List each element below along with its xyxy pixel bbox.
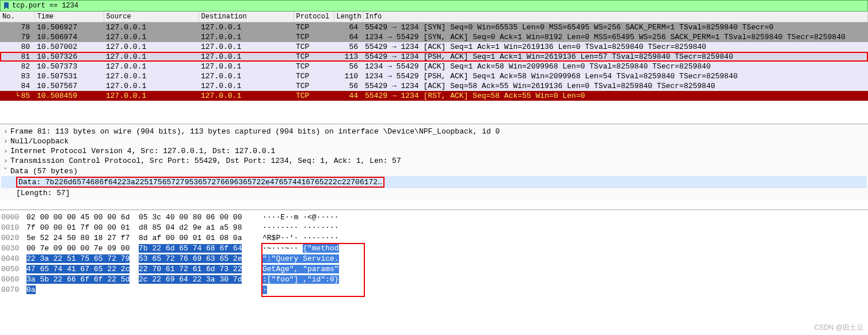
hex-bytes: 47 65 74 41 67 65 22 2c 22 70 61 72 61 6… [26,264,262,275]
hex-ascii: · [262,285,267,295]
col-header-length[interactable]: Length [334,12,363,22]
col-header-source[interactable]: Source [104,12,199,22]
hex-offset: 0000 [1,212,26,223]
hex-ascii: :["foo"] ,"id":0} [262,275,339,285]
packet-row[interactable]: 7910.506974127.0.0.1127.0.0.1TCP641234 →… [0,32,868,42]
hex-ascii: ········ ········ [262,223,339,233]
hex-ascii: ":"Query Service. [262,254,339,264]
hex-row[interactable]: 003000 7e 09 00 00 7e 09 00 7b 22 6d 65 … [1,243,867,254]
packet-list-table[interactable]: No. Time Source Destination Protocol Len… [0,12,868,101]
chevron-right-icon: › [3,137,10,146]
hex-row[interactable]: 00603a 5b 22 66 6f 6f 22 5d 2c 22 69 64 … [1,275,867,285]
hex-offset: 0040 [1,254,26,264]
col-header-no[interactable]: No. [0,12,35,22]
hex-offset: 0020 [1,233,26,243]
col-header-protocol[interactable]: Protocol [294,12,334,22]
col-header-time[interactable]: Time [35,12,104,22]
col-header-info[interactable]: Info [363,12,868,22]
hex-offset: 0050 [1,264,26,275]
hex-offset: 0010 [1,223,26,233]
hex-row[interactable]: 004022 3a 22 51 75 65 72 79 53 65 72 76 … [1,254,867,264]
display-filter-bar[interactable]: tcp.port == 1234 [0,0,868,12]
col-header-destination[interactable]: Destination [199,12,294,22]
hex-bytes: 0a [26,285,262,295]
hex-row[interactable]: 00700a · [1,285,867,295]
hex-bytes: 00 7e 09 00 00 7e 09 00 7b 22 6d 65 74 6… [26,243,262,254]
packet-row[interactable]: 8110.507326127.0.0.1127.0.0.1TCP11355429… [0,52,868,62]
hex-row[interactable]: 00205e 52 24 50 80 18 27 f7 8d af 00 00 … [1,233,867,243]
bookmark-icon [3,2,10,9]
hex-ascii: GetAge", "params" [262,264,339,275]
tree-tcp[interactable]: ›Transmission Control Protocol, Src Port… [1,156,867,166]
hex-offset: 0070 [1,285,26,295]
packet-list-header[interactable]: No. Time Source Destination Protocol Len… [0,12,868,22]
tree-data[interactable]: ˅Data (57 bytes) [1,166,867,176]
packet-row[interactable]: 8510.508459127.0.0.1127.0.0.1TCP4455429 … [0,91,868,101]
hex-bytes: 3a 5b 22 66 6f 6f 22 5d 2c 22 69 64 22 3… [26,275,262,285]
chevron-down-icon: ˅ [3,166,10,176]
packet-row[interactable]: 8210.507373127.0.0.1127.0.0.1TCP561234 →… [0,62,868,71]
hex-row[interactable]: 005047 65 74 41 67 65 22 2c 22 70 61 72 … [1,264,867,275]
hex-ascii: ····E··m ·<@····· [262,212,339,223]
hex-offset: 0030 [1,243,26,254]
hex-row[interactable]: 00107f 00 00 01 7f 00 00 01 d8 85 04 d2 … [1,223,867,233]
hex-ascii: ·~···~·· {"method [262,243,339,254]
packet-row[interactable]: 7810.506927127.0.0.1127.0.0.1TCP6455429 … [0,22,868,33]
hex-row[interactable]: 000002 00 00 00 45 00 00 6d 05 3c 40 00 … [1,212,867,223]
chevron-right-icon: › [3,157,10,165]
hex-ascii: ^R$P··'· ········ [262,233,339,243]
hex-bytes: 02 00 00 00 45 00 00 6d 05 3c 40 00 80 0… [26,212,262,223]
tree-ip[interactable]: ›Internet Protocol Version 4, Src: 127.0… [1,146,867,156]
filter-text[interactable]: tcp.port == 1234 [12,2,78,10]
packet-bytes-pane[interactable]: 000002 00 00 00 45 00 00 6d 05 3c 40 00 … [0,210,868,298]
hex-offset: 0060 [1,275,26,285]
hex-bytes: 5e 52 24 50 80 18 27 f7 8d af 00 00 01 0… [26,233,262,243]
packet-details-pane[interactable]: ›Frame 81: 113 bytes on wire (904 bits),… [0,124,868,200]
tree-frame[interactable]: ›Frame 81: 113 bytes on wire (904 bits),… [1,127,867,136]
chevron-right-icon: › [3,127,10,136]
hex-bytes: 7f 00 00 01 7f 00 00 01 d8 85 04 d2 9e a… [26,223,262,233]
packet-row[interactable]: 8310.507531127.0.0.1127.0.0.1TCP1101234 … [0,71,868,81]
hex-bytes: 22 3a 22 51 75 65 72 79 53 65 72 76 69 6… [26,254,262,264]
tree-null-loopback[interactable]: ›Null/Loopback [1,136,867,146]
tree-data-hex[interactable]: Data: 7b226d6574686f64223a22517565727953… [1,176,867,188]
tree-data-length[interactable]: [Length: 57] [1,188,867,198]
packet-row[interactable]: 8410.507567127.0.0.1127.0.0.1TCP5655429 … [0,81,868,91]
packet-row[interactable]: 8010.507002127.0.0.1127.0.0.1TCP5655429 … [0,42,868,52]
chevron-right-icon: › [3,147,10,155]
